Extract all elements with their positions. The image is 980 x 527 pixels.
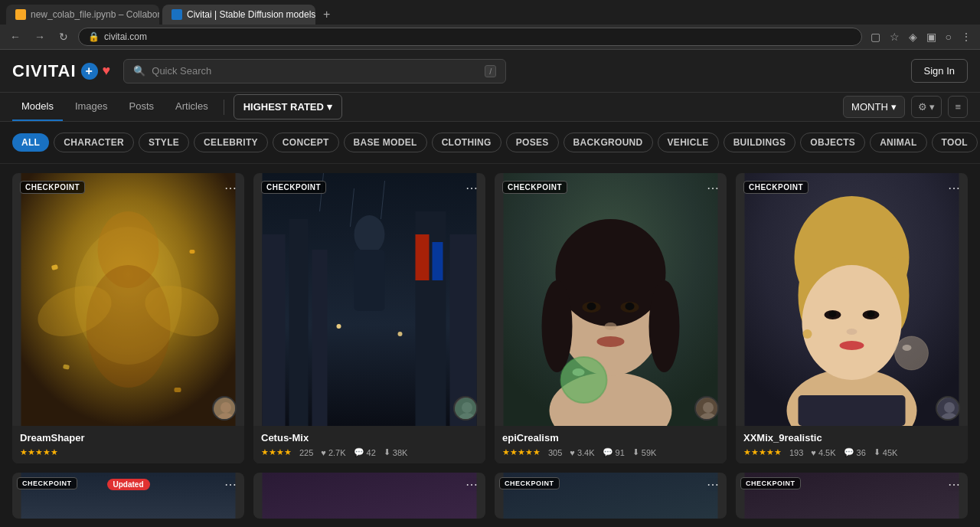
svg-rect-20	[433, 242, 443, 280]
logo-heart-icon[interactable]: ♥	[103, 63, 112, 79]
card-menu-epicrealism[interactable]: ⋯	[707, 181, 719, 195]
svg-point-54	[802, 265, 902, 380]
category-character[interactable]: CHARACTER	[54, 133, 134, 152]
svg-point-30	[462, 402, 472, 413]
back-button[interactable]: ←	[6, 28, 24, 45]
multiwindow-icon[interactable]: ▣	[924, 28, 939, 45]
url-bar[interactable]: 🔒 civitai.com	[78, 28, 862, 46]
card-info-epicrealism: epiCrealism ★★★★★ 305 ♥ 3.4K 💬 91 ⬇ 59K	[495, 426, 727, 463]
puzzle-icon[interactable]: ◈	[906, 28, 920, 45]
reload-button[interactable]: ↻	[55, 28, 72, 45]
card-partial-2[interactable]: ⋯	[253, 473, 485, 519]
extensions-icon[interactable]: ▢	[868, 28, 883, 45]
card-partial-4[interactable]: CHECKPOINT ⋯	[736, 473, 968, 519]
category-animal[interactable]: ANIMAL	[870, 133, 926, 152]
svg-rect-16	[312, 250, 328, 426]
svg-point-45	[573, 368, 585, 376]
forward-button[interactable]: →	[31, 28, 49, 45]
category-tool[interactable]: TOOL	[932, 133, 978, 152]
download-icon-epic: ⬇	[632, 447, 639, 457]
category-buildings[interactable]: BUILDINGS	[724, 133, 796, 152]
layout-button[interactable]: ≡	[948, 96, 968, 118]
logo-plus-button[interactable]: +	[81, 63, 98, 80]
card-partial-menu-3[interactable]: ⋯	[707, 477, 719, 492]
svg-point-62	[895, 336, 929, 370]
svg-point-41	[626, 303, 635, 310]
highest-rated-button[interactable]: HIGHEST RATED ▾	[234, 94, 342, 119]
search-bar[interactable]: 🔍 Quick Search /	[123, 59, 506, 83]
tab-civitai[interactable]: Civitai | Stable Diffusion models... ✕	[162, 5, 315, 25]
download-icon-xx: ⬇	[874, 447, 880, 457]
card-stats-xxmix: ★★★★★ 193 ♥ 4.5K 💬 36 ⬇ 45K	[743, 447, 960, 457]
card-partial-3[interactable]: CHECKPOINT ⋯	[495, 473, 727, 519]
category-background[interactable]: BACKGROUND	[564, 133, 653, 152]
category-vehicle[interactable]: VEHICLE	[658, 133, 719, 152]
period-selector[interactable]: MONTH ▾	[843, 96, 905, 118]
svg-rect-15	[289, 219, 309, 426]
tab-models[interactable]: Models	[12, 93, 63, 121]
category-celebrity[interactable]: CELEBRITY	[194, 133, 268, 152]
card-partial-menu-2[interactable]: ⋯	[466, 477, 478, 492]
card-xxmix[interactable]: CHECKPOINT ⋯ XXMix_9realistic ★★★★★ 193 …	[736, 173, 968, 463]
lock-icon: 🔒	[88, 31, 100, 42]
profile-icon[interactable]: ○	[943, 28, 954, 45]
svg-point-44	[561, 357, 607, 403]
logo[interactable]: CIVITAI + ♥	[12, 61, 111, 81]
card-partial-1[interactable]: CHECKPOINT Updated ⋯	[12, 473, 244, 519]
tab-colab[interactable]: new_colab_file.ipynb – Collabora... ✕	[6, 5, 159, 25]
category-style[interactable]: STYLE	[139, 133, 189, 152]
tab-posts[interactable]: Posts	[120, 93, 164, 121]
card-partial-menu-4[interactable]: ⋯	[948, 477, 960, 492]
card-info-xxmix: XXMix_9realistic ★★★★★ 193 ♥ 4.5K 💬 36 ⬇…	[736, 426, 968, 463]
menu-icon[interactable]: ⋮	[959, 28, 974, 45]
logo-text: CIVITAI	[12, 61, 77, 81]
search-placeholder: Quick Search	[152, 65, 211, 77]
tab-label-colab: new_colab_file.ipynb – Collabora...	[31, 9, 159, 20]
card-menu-cetus[interactable]: ⋯	[466, 181, 478, 195]
card-star-count-cetus: 225	[299, 448, 313, 457]
category-clothing[interactable]: CLOTHING	[432, 133, 501, 152]
tab-images[interactable]: Images	[66, 93, 117, 121]
download-icon: ⬇	[384, 447, 390, 457]
cards-grid-bottom: CHECKPOINT Updated ⋯ ⋯ CHECKPO	[0, 473, 980, 527]
bookmark-icon[interactable]: ☆	[887, 28, 902, 45]
tab-favicon-civitai	[172, 9, 182, 20]
card-title-epicrealism: epiCrealism	[502, 432, 719, 444]
svg-point-40	[587, 303, 596, 310]
card-menu-dreamshaper[interactable]: ⋯	[224, 181, 237, 195]
card-partial-menu-1[interactable]: ⋯	[224, 477, 237, 492]
card-image-epicrealism	[495, 173, 727, 426]
tab-favicon-colab	[15, 9, 26, 20]
card-image-cetus-mix	[253, 173, 485, 426]
search-shortcut: /	[485, 65, 496, 77]
card-info-dreamshaper: DreamShaper ★★★★★	[12, 426, 244, 463]
card-epicrealism[interactable]: CHECKPOINT ⋯ epiCrealism ★★★★★ 305 ♥ 3.4…	[495, 173, 727, 463]
filter-button[interactable]: ⚙ ▾	[911, 96, 942, 118]
card-menu-xxmix[interactable]: ⋯	[948, 181, 960, 195]
tab-articles[interactable]: Articles	[166, 93, 217, 121]
app-header: CIVITAI + ♥ 🔍 Quick Search / Sign In	[0, 50, 980, 93]
sign-in-button[interactable]: Sign In	[911, 59, 968, 83]
new-tab-button[interactable]: +	[318, 6, 335, 23]
card-avatar-xxmix	[936, 396, 960, 421]
svg-point-21	[337, 324, 341, 329]
card-dreamshaper[interactable]: CHECKPOINT ⋯ DreamShaper ★★★★★	[12, 173, 244, 463]
tab-label-civitai: Civitai | Stable Diffusion models...	[187, 9, 315, 20]
category-concept[interactable]: CONCEPT	[273, 133, 339, 152]
svg-point-3	[87, 265, 171, 388]
card-cetus-mix[interactable]: CHECKPOINT ⋯ Cetus-Mix ★★★★ 225 ♥ 2.7K 💬…	[253, 173, 485, 463]
category-poses[interactable]: POSES	[506, 133, 559, 152]
category-all[interactable]: ALL	[12, 133, 49, 152]
card-likes-xxmix: ♥ 4.5K	[811, 448, 835, 457]
card-image-dreamshaper	[12, 173, 244, 426]
card-downloads-epicrealism: ⬇ 59K	[632, 447, 657, 457]
category-objects[interactable]: OBJECTS	[800, 133, 865, 152]
browser-chrome: new_colab_file.ipynb – Collabora... ✕ Ci…	[0, 0, 980, 50]
card-badge-epicrealism: CHECKPOINT	[502, 181, 567, 194]
period-chevron-icon: ▾	[891, 101, 897, 113]
comment-icon: 💬	[354, 447, 364, 457]
card-partial-badge-4: CHECKPOINT	[740, 477, 801, 489]
category-base-model[interactable]: BASE MODEL	[344, 133, 427, 152]
card-stats-dreamshaper: ★★★★★	[20, 447, 237, 457]
svg-point-61	[803, 329, 812, 339]
